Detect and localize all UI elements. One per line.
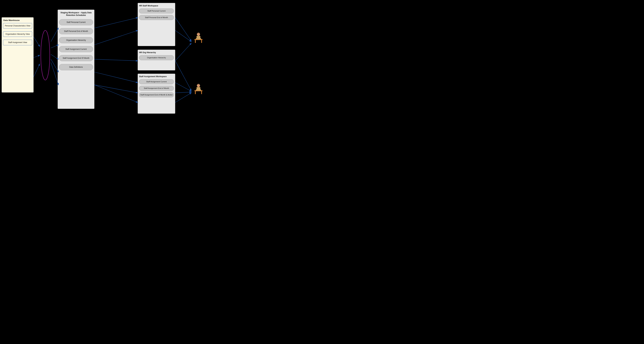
svg-line-4 [51,45,58,48]
svg-line-19 [175,92,191,93]
svg-line-18 [175,82,191,91]
svg-line-20 [175,93,191,102]
svg-rect-25 [195,40,196,43]
data-warehouse-box: Data Warehouse Personal Characteristics … [2,17,34,92]
svg-line-16 [175,43,191,61]
staging-item-saeom: Staff Assignment End Of Month [59,55,93,61]
sa-workspace-box: Staff Assignment Workspace Staff Assignm… [138,74,175,114]
svg-line-9 [94,30,138,45]
svg-rect-27 [196,38,201,40]
svg-line-7 [51,62,58,85]
staging-item-dd: Data Definitions [59,64,93,70]
sa-item-sac: Staff Assignment Current [139,79,174,84]
svg-line-8 [94,18,138,28]
svg-rect-26 [201,40,202,43]
svg-line-3 [51,28,58,42]
oval-symbol [40,29,51,82]
hr-staff-item-spc: Staff Personal Current [139,8,174,14]
svg-rect-31 [195,91,196,94]
svg-line-10 [94,59,138,61]
staging-item-spc: Staff Personal Current [59,19,93,25]
svg-rect-33 [196,89,201,90]
person-icon-2 [192,83,205,96]
staging-item-speom: Staff Personal End of Month [59,28,93,34]
dw-item-ohv: Organisation Hierarchy View [3,31,32,37]
svg-point-21 [41,30,50,80]
svg-line-0 [34,37,40,46]
diagram-container: Data Warehouse Personal Characteristics … [0,0,214,114]
hr-org-item-oh: Organisation Hierarchy [139,55,174,60]
svg-line-5 [51,54,58,59]
dw-item-pcv: Personal Characteristics View [3,23,32,28]
sa-title: Staff Assignment Workspace [139,76,174,78]
svg-line-13 [94,85,138,102]
hr-staff-title: HR Staff Workspace [139,5,174,7]
svg-line-15 [175,30,191,42]
sa-item-active: Staff Assignment End of Month & Active [139,92,174,97]
svg-line-6 [51,59,58,72]
svg-rect-32 [201,91,202,94]
hr-org-title: HR Org Hierarchy [139,52,174,54]
dw-item-sav: Staff Assignment View [3,40,32,45]
sa-item-eom: Staff Assignment End of Month [139,86,174,91]
svg-line-17 [175,61,191,90]
hr-staff-workspace-box: HR Staff Workspace Staff Personal Curren… [138,3,175,46]
staging-title: Staging Workspace – Apply Data Retention… [59,11,93,17]
staging-workspace-box: Staging Workspace – Apply Data Retention… [58,10,94,109]
svg-line-12 [94,85,138,93]
svg-line-14 [175,18,191,41]
svg-line-2 [34,64,40,77]
staging-item-sac: Staff Assignment Current [59,46,93,52]
svg-line-11 [94,72,138,82]
person-icon-1 [192,32,205,45]
staging-item-oh: Organisation Hierarchy [59,37,93,43]
hr-org-hierarchy-box: HR Org Hierarchy Organisation Hierarchy [138,50,175,70]
hr-staff-item-speom: Staff Personal End of Month [139,15,174,20]
dw-title: Data Warehouse [3,19,32,22]
svg-line-1 [34,55,40,58]
